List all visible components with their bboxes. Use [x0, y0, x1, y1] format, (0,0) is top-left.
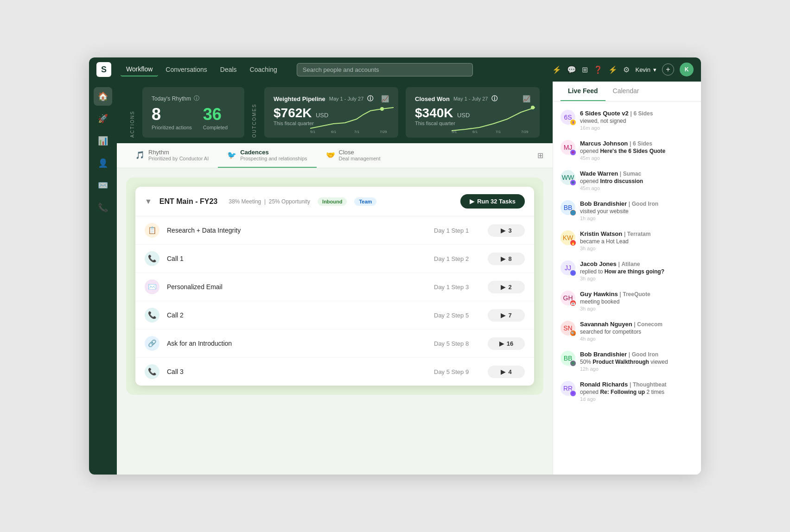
- feed-item-1[interactable]: MJ 👁 Marcus Johnson | 6 Sides opened Her…: [553, 135, 701, 165]
- user-menu[interactable]: Kevin ▾: [635, 66, 656, 73]
- avatar[interactable]: K: [680, 63, 694, 76]
- lightning-icon[interactable]: ⚡: [552, 65, 561, 74]
- feed-item-0[interactable]: 6S ⬇ 6 Sides Quote v2 | 6 Sides viewed, …: [553, 105, 701, 135]
- nav-coaching[interactable]: Coaching: [244, 63, 283, 76]
- feed-badge-7: 🔍: [570, 330, 576, 336]
- feed-item-2[interactable]: WW 👁 Wade Warren | Sumac opened Intro di…: [553, 165, 701, 196]
- outcomes-label: OUTCOMES: [248, 82, 261, 143]
- collapse-button[interactable]: ▼: [145, 197, 152, 206]
- svg-point-5: [531, 106, 535, 109]
- search-container: [297, 63, 473, 76]
- search-input[interactable]: [297, 63, 473, 76]
- task-run-call2[interactable]: ▶ 7: [488, 309, 525, 322]
- task-row-intro: 🔗 Ask for an Introduction Day 5 Step 8 ▶…: [135, 329, 534, 358]
- play-icon-intro: ▶: [499, 340, 504, 347]
- close-tab-content: Close Deal management: [339, 149, 381, 161]
- task-step-call2: Day 2 Step 5: [434, 312, 480, 319]
- sidebar-rocket-icon[interactable]: 🚀: [94, 109, 112, 128]
- pipeline-title: Weighted Pipeline May 1 - July 27 ⓘ 📈: [274, 95, 389, 103]
- cadences-tab-label: Cadences: [240, 149, 307, 156]
- rhythm-title: Today's Rhythm ⓘ: [152, 95, 235, 102]
- sidebar-home-icon[interactable]: 🏠: [94, 87, 112, 106]
- task-step-call1: Day 1 Step 2: [434, 255, 480, 262]
- feed-tabs: Live Feed Calendar: [553, 82, 701, 101]
- nav-workflow[interactable]: Workflow: [121, 63, 158, 76]
- close-tab-label: Close: [339, 149, 381, 156]
- feed-content-9: Ronald Richards | Thoughtbeat opened Re:…: [580, 381, 694, 402]
- call2-icon: 📞: [145, 308, 159, 323]
- weighted-pipeline-card: Weighted Pipeline May 1 - July 27 ⓘ 📈 $7…: [264, 87, 398, 138]
- task-run-call1[interactable]: ▶ 8: [488, 253, 525, 265]
- cadence-overlay: ▼ ENT Main - FY23 38% Meeting | 25% Oppo…: [126, 177, 543, 395]
- completed-stat: 36 Completed: [203, 106, 228, 130]
- feed-item-6[interactable]: GH 📅 Guy Hawkins | TreeQuote meeting boo…: [553, 286, 701, 316]
- close-tab-sub: Deal management: [339, 156, 381, 161]
- feed-badge-6: 📅: [570, 300, 576, 306]
- message-icon[interactable]: 💬: [567, 65, 576, 74]
- content-area: ACTIONS Today's Rhythm ⓘ 8 Prioritized a…: [117, 82, 553, 475]
- feed-badge-5: ↩: [570, 270, 576, 276]
- closed-info-icon[interactable]: ⓘ: [491, 95, 497, 103]
- task-name-research: Research + Data Integrity: [167, 227, 427, 234]
- cadence-name: ENT Main - FY23: [159, 197, 217, 206]
- rhythm-tab-icon: 🎵: [135, 151, 145, 159]
- task-run-intro[interactable]: ▶ 16: [488, 337, 525, 350]
- svg-text:6/1: 6/1: [472, 130, 478, 133]
- sidebar-chart-icon[interactable]: 📊: [94, 132, 112, 150]
- bolt-icon[interactable]: ⚡: [608, 65, 618, 74]
- feed-item-7[interactable]: SN 🔍 Savannah Nguyen | Conecom searched …: [553, 316, 701, 346]
- feed-content-3: Bob Brandishier | Good Iron visited your…: [580, 200, 694, 221]
- feed-item-9[interactable]: RR 👁 Ronald Richards | Thoughtbeat opene…: [553, 376, 701, 406]
- task-run-research[interactable]: ▶ 3: [488, 224, 525, 237]
- nav-deals[interactable]: Deals: [215, 63, 242, 76]
- svg-text:7/29: 7/29: [380, 130, 387, 133]
- svg-text:7/1: 7/1: [354, 130, 360, 133]
- grid-icon[interactable]: ⊞: [582, 65, 588, 74]
- tab-rhythm[interactable]: 🎵 Rhythm Prioritized by Conductor AI: [126, 143, 218, 168]
- tab-live-feed[interactable]: Live Feed: [561, 82, 605, 101]
- closed-won-title: Closed Won May 1 - July 27 ⓘ 📈: [415, 95, 530, 103]
- play-icon: ▶: [470, 198, 474, 205]
- user-name: Kevin: [635, 66, 650, 73]
- svg-text:5/1: 5/1: [310, 130, 316, 133]
- grid-view-icon[interactable]: ⊞: [537, 151, 543, 160]
- feed-badge-0: ⬇: [570, 119, 576, 126]
- nav-conversations[interactable]: Conversations: [160, 63, 213, 76]
- feed-content-6: Guy Hawkins | TreeQuote meeting booked 3…: [580, 291, 694, 311]
- feed-avatar-3: BB 🌐: [561, 200, 575, 215]
- task-row-research: 📋 Research + Data Integrity Day 1 Step 1…: [135, 216, 534, 245]
- main-layout: 🏠 🚀 📊 👤 ✉️ 📞 ACTIONS Today's Rhythm ⓘ: [89, 82, 701, 475]
- task-run-call3[interactable]: ▶ 4: [488, 366, 525, 378]
- settings-icon[interactable]: ⚙: [623, 65, 630, 74]
- feed-content-5: Jacob Jones | Atilane replied to How are…: [580, 260, 694, 281]
- feed-badge-4: 🔥: [570, 240, 576, 246]
- sidebar-phone-icon[interactable]: 📞: [94, 198, 112, 217]
- chevron-down-icon: ▾: [653, 66, 656, 73]
- pipeline-info-icon[interactable]: ⓘ: [367, 95, 373, 103]
- sidebar-mail-icon[interactable]: ✉️: [94, 176, 112, 195]
- svg-text:5/1: 5/1: [452, 130, 457, 133]
- feed-item-3[interactable]: BB 🌐 Bob Brandishier | Good Iron visited…: [553, 196, 701, 226]
- feed-item-4[interactable]: KW 🔥 Kristin Watson | Terratam became a …: [553, 226, 701, 256]
- tab-close[interactable]: 🤝 Close Deal management: [317, 143, 390, 168]
- tab-cadences[interactable]: 🐦 Cadences Prospecting and relationships: [218, 143, 316, 168]
- call3-icon: 📞: [145, 364, 159, 379]
- cadence-meeting-pct: 38% Meeting | 25% Opportunity: [229, 198, 310, 205]
- intro-icon: 🔗: [145, 336, 159, 351]
- sidebar-person-icon[interactable]: 👤: [94, 154, 112, 172]
- rhythm-tab-content: Rhythm Prioritized by Conductor AI: [148, 149, 209, 161]
- feed-avatar-2: WW 👁: [561, 170, 575, 185]
- add-button[interactable]: +: [662, 63, 674, 76]
- tab-calendar[interactable]: Calendar: [605, 82, 647, 101]
- chart-icon[interactable]: 📈: [381, 95, 389, 102]
- help-icon[interactable]: ❓: [593, 65, 603, 74]
- run-tasks-button[interactable]: ▶ Run 32 Tasks: [460, 194, 525, 209]
- info-icon[interactable]: ⓘ: [194, 95, 199, 102]
- right-panel: Live Feed Calendar 6S ⬇ 6 Sides Quote v2…: [553, 82, 701, 475]
- task-run-email[interactable]: ▶ 2: [488, 281, 525, 293]
- closed-chart-icon[interactable]: 📈: [522, 95, 530, 102]
- feed-item-8[interactable]: BB 👁 Bob Brandishier | Good Iron 50% Pro…: [553, 346, 701, 376]
- feed-item-5[interactable]: JJ ↩ Jacob Jones | Atilane replied to Ho…: [553, 256, 701, 286]
- task-step-call3: Day 5 Step 9: [434, 368, 480, 375]
- task-name-call2: Call 2: [167, 311, 427, 319]
